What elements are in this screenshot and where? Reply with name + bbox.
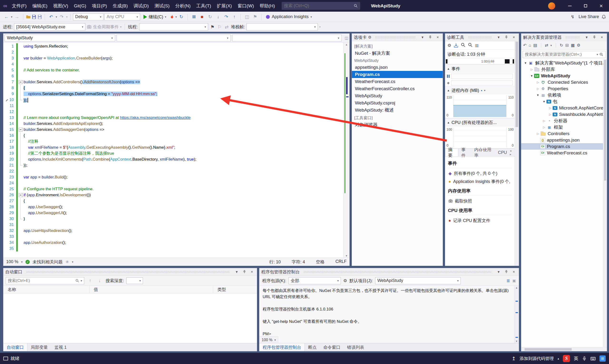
code-line[interactable]: 26if (app.Environment.IsDevelopment()) bbox=[3, 192, 343, 198]
solution-platforms-dropdown[interactable]: Any CPU▾ bbox=[104, 13, 140, 20]
code-line[interactable]: 31 bbox=[3, 222, 343, 228]
code-line[interactable]: 21}); bbox=[3, 162, 343, 168]
code-line[interactable]: 17 //注释 bbox=[3, 139, 343, 144]
menubar-item[interactable]: 分析(N) bbox=[172, 0, 194, 12]
editor-zoom-dropdown[interactable]: 100 % bbox=[6, 259, 18, 264]
autos-tab[interactable]: 监视 1 bbox=[51, 343, 70, 351]
hot-reload-chevron-icon[interactable]: ▾ bbox=[175, 15, 177, 19]
step-into-icon[interactable]: ↓ bbox=[215, 13, 222, 20]
solution-configurations-dropdown[interactable]: Debug▾ bbox=[73, 13, 104, 20]
memory-section-header[interactable]: ▲进程内存 (MB) ●▾ bbox=[445, 86, 515, 94]
scrollbar-up-icon[interactable]: ▲ bbox=[344, 43, 350, 46]
menubar-item[interactable]: 扩展(X) bbox=[214, 0, 234, 12]
tree-item[interactable]: {}appsettings.json bbox=[521, 137, 603, 143]
thread-dropdown[interactable]: ▾ bbox=[139, 23, 208, 30]
notifications-bell-icon[interactable] bbox=[601, 14, 606, 19]
grid-column-header[interactable]: 值 bbox=[90, 286, 213, 293]
console-zoom-dropdown[interactable]: 100 %▾ bbox=[259, 336, 278, 343]
cpu-section-header[interactable]: ▲CPU (所有处理器的百... bbox=[445, 118, 515, 127]
search-previous-icon[interactable]: ↑ bbox=[87, 277, 94, 284]
tree-item[interactable]: ▷Connected Services bbox=[521, 79, 603, 85]
timeline-range-start-handle[interactable] bbox=[446, 59, 447, 64]
code-line[interactable]: 24 bbox=[3, 180, 343, 186]
code-line[interactable]: 2 bbox=[3, 49, 343, 55]
solution-horizontal-scrollbar[interactable] bbox=[521, 347, 607, 351]
grid-column-header[interactable]: 名称 bbox=[3, 286, 90, 293]
diagnostics-titlebar[interactable]: 诊断工具 ▾ × bbox=[445, 34, 519, 41]
continue-button[interactable]: 继续(C) ▾ bbox=[141, 13, 169, 21]
microphone-icon[interactable] bbox=[582, 356, 587, 361]
code-line[interactable]: 6 bbox=[3, 73, 343, 79]
code-line[interactable]: 10}); bbox=[3, 97, 343, 103]
record-cpu-row[interactable]: ●记录 CPU 配置文件 bbox=[448, 217, 512, 225]
code-line[interactable]: 33 bbox=[3, 234, 343, 240]
code-line[interactable]: 7builder.Services.AddControllers().AddNe… bbox=[3, 79, 343, 85]
restart-application-icon[interactable]: ↻ bbox=[178, 13, 185, 20]
redo-chevron-icon[interactable]: ▾ bbox=[66, 15, 67, 19]
tree-item[interactable]: ▷NSwashbuckle.AspNetCo bbox=[521, 111, 603, 117]
show-all-files-icon[interactable]: ▦ bbox=[571, 43, 574, 48]
publish-up-arrow-icon[interactable]: ↥ bbox=[512, 356, 516, 361]
pmc-titlebar[interactable]: 程序包管理器控制台 ▾ × bbox=[259, 268, 519, 276]
code-line[interactable]: 4 bbox=[3, 61, 343, 67]
search-next-icon[interactable]: ↓ bbox=[96, 277, 103, 284]
diagnostics-tab[interactable]: 内存使用率 bbox=[471, 149, 495, 156]
tabs-panel-titlebar[interactable]: 选项卡 ⚙ ▾ × bbox=[352, 34, 443, 41]
diagnostics-tab[interactable]: 摘要 bbox=[445, 149, 458, 156]
scope-chevron-icon[interactable]: ▾ bbox=[550, 44, 552, 47]
diagnostics-tab-scroll-arrows[interactable]: ◂ ▸ bbox=[510, 149, 515, 156]
editor-vertical-scrollbar[interactable]: ▲ ▼ bbox=[343, 43, 350, 258]
break-all-icon[interactable] bbox=[190, 13, 197, 20]
type-dropdown[interactable]: ▾ bbox=[117, 35, 231, 41]
pin-icon[interactable] bbox=[241, 269, 247, 275]
tabs-settings-gear-icon[interactable]: ⚙ bbox=[368, 35, 371, 39]
expand-arrow[interactable]: ▷ bbox=[535, 81, 540, 84]
tree-item[interactable]: C#WeatherForecast.cs bbox=[521, 150, 603, 156]
menubar-item[interactable]: 视图(V) bbox=[50, 0, 71, 12]
code-line[interactable]: 13// Learn more about configuring Swagge… bbox=[3, 115, 343, 121]
application-insights-dropdown[interactable]: Application Insights ▾ bbox=[264, 14, 314, 19]
solution-search-input[interactable] bbox=[525, 52, 595, 57]
properties-gear-icon[interactable]: ⚙ bbox=[577, 43, 580, 48]
code-line[interactable]: 12 bbox=[3, 109, 343, 115]
refresh-icon[interactable]: ↻ bbox=[560, 43, 563, 48]
navigate-backward-chevron-icon[interactable]: ▾ bbox=[11, 15, 12, 19]
diagnostics-tab[interactable]: 事件 bbox=[458, 149, 471, 156]
drag-grip[interactable] bbox=[26, 271, 230, 273]
keyboard-icon[interactable] bbox=[590, 356, 596, 361]
indentation-indicator[interactable]: 空格 bbox=[316, 259, 324, 265]
document-tab-item[interactable]: WeatherForecast.cs bbox=[352, 78, 443, 85]
menubar-item[interactable]: 项目(P) bbox=[89, 0, 110, 12]
drag-grip[interactable] bbox=[375, 36, 415, 39]
all-events-row[interactable]: ◆所有事件(0 个, 共 0 个) bbox=[448, 169, 512, 178]
search-depth-dropdown[interactable]: ▾ bbox=[126, 277, 143, 284]
lifecycle-events-label[interactable]: 生命周期事件 bbox=[93, 24, 119, 30]
document-tab-item[interactable]: WebApiStudy: 概述 bbox=[352, 107, 443, 114]
sync-with-active-document-icon[interactable]: ⇄ bbox=[545, 43, 548, 48]
restart-debugging-icon[interactable]: ↻ bbox=[207, 13, 214, 20]
code-line[interactable]: 1using System.Reflection; bbox=[3, 43, 343, 49]
fold-marker[interactable] bbox=[18, 79, 24, 85]
code-line[interactable]: 28 app.UseSwagger(); bbox=[3, 204, 343, 210]
menubar-item[interactable]: 测试(S) bbox=[152, 0, 172, 12]
code-line[interactable]: 18 var xmlFileName = $"{Assembly.GetExec… bbox=[3, 144, 343, 150]
undo-icon[interactable]: ↶ bbox=[48, 13, 55, 20]
expand-arrow[interactable]: ▷ bbox=[542, 126, 546, 129]
package-source-settings-gear-icon[interactable]: ⚙ bbox=[343, 278, 347, 283]
window-position-chevron-icon[interactable]: ▾ bbox=[419, 35, 426, 40]
tree-item[interactable]: ▷◔分析器 bbox=[521, 117, 603, 124]
menubar-item[interactable]: 帮助(H) bbox=[257, 0, 278, 12]
code-line[interactable]: 25// Configure the HTTP request pipeline… bbox=[3, 186, 343, 192]
project-dropdown[interactable]: WebApiStudy▾ bbox=[4, 35, 115, 41]
collapse-all-icon[interactable]: ⊟ bbox=[565, 43, 569, 48]
app-insights-events-row[interactable]: ●Application Insights 事件(0 个, bbox=[448, 178, 512, 186]
pmc-scrollbar[interactable]: ▲ ▼ bbox=[514, 286, 519, 343]
menubar-item[interactable]: 窗口(W) bbox=[235, 0, 257, 12]
close-button[interactable]: × bbox=[593, 0, 609, 12]
undo-chevron-icon[interactable]: ▾ bbox=[56, 15, 57, 19]
zoom-out-icon[interactable] bbox=[468, 43, 473, 48]
tree-item[interactable]: ▼N包 bbox=[521, 98, 603, 105]
expand-arrow[interactable]: ▷ bbox=[548, 113, 553, 116]
expand-arrow[interactable]: ▷ bbox=[542, 119, 546, 123]
pin-icon[interactable] bbox=[591, 35, 597, 40]
